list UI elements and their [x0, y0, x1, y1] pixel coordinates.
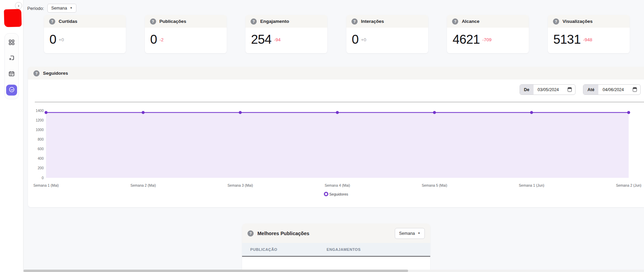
stat-delta-5: -948	[583, 37, 592, 42]
svg-text:400: 400	[38, 156, 44, 160]
date-from-control: De 03/05/2024	[520, 84, 576, 95]
stat-title: Alcance	[462, 19, 479, 24]
followers-title: Seguidores	[43, 71, 68, 76]
stat-title: Visualizações	[563, 19, 593, 24]
stat-cards-row: ? Curtidas 0 +0 ? Publicações 0 -2 ? Eng…	[24, 13, 644, 53]
best-posts-period-select[interactable]: Semana ▼	[395, 228, 425, 239]
stat-title: Interações	[361, 19, 384, 24]
stat-card-visualizacoes: ? Visualizações 5131 -948	[548, 15, 630, 53]
svg-text:Semana 5 (Mai): Semana 5 (Mai)	[422, 183, 447, 187]
best-posts-title: Melhores Publicações	[257, 231, 391, 236]
help-icon[interactable]: ?	[33, 70, 40, 76]
svg-text:1200: 1200	[36, 118, 44, 122]
chevron-right-icon: ›	[18, 3, 19, 8]
period-select-value: Semana	[51, 6, 67, 11]
stat-card-publicacoes: ? Publicações 0 -2	[145, 15, 227, 53]
date-to-input[interactable]: 04/06/2024	[598, 85, 640, 95]
help-icon[interactable]: ?	[248, 230, 254, 237]
svg-text:200: 200	[38, 166, 44, 170]
help-icon[interactable]: ?	[150, 18, 156, 25]
stat-card-curtidas: ? Curtidas 0 +0	[44, 15, 126, 53]
svg-text:1000: 1000	[36, 128, 44, 132]
stat-delta-4: -709	[482, 37, 492, 42]
date-from-label: De	[520, 85, 534, 95]
stat-title: Curtidas	[59, 19, 77, 24]
svg-text:Semana 1 (Jun): Semana 1 (Jun)	[519, 183, 544, 187]
app-logo	[4, 9, 21, 27]
best-posts-period-value: Semana	[399, 231, 415, 236]
stat-delta-2: -94	[274, 37, 281, 42]
sidebar-nav	[4, 33, 19, 99]
sidebar-item-analytics[interactable]	[6, 85, 17, 96]
column-header-publicacao: PUBLICAÇÃO	[242, 247, 327, 252]
calendar-icon	[9, 71, 15, 78]
sidebar-item-calendar[interactable]	[6, 69, 17, 80]
sidebar: ›	[0, 0, 24, 272]
chart-legend: Seguidores	[28, 192, 644, 196]
main-content: Período: Semana ▼ ? Curtidas 0 +0 ? Publ…	[24, 0, 644, 272]
help-icon[interactable]: ?	[49, 18, 55, 25]
svg-text:Semana 2 (Jun): Semana 2 (Jun)	[616, 183, 642, 187]
stat-card-interacoes: ? Interações 0 +0	[346, 15, 428, 53]
stat-card-engajamento: ? Engajamento 254 -94	[245, 15, 327, 53]
stat-value: 0	[352, 32, 359, 47]
period-select[interactable]: Semana ▼	[47, 4, 76, 13]
chevron-down-icon: ▼	[418, 232, 420, 235]
new-post-icon	[9, 55, 15, 62]
stat-delta-1: -2	[160, 37, 164, 42]
sidebar-item-dashboard[interactable]	[6, 38, 17, 48]
period-bar: Período: Semana ▼	[24, 0, 644, 13]
best-posts-table-header: PUBLICAÇÃO ENGAJAMENTOS	[242, 243, 430, 257]
column-header-engajamentos: ENGAJAMENTOS	[327, 247, 361, 252]
best-posts-section: ? Melhores Publicações Semana ▼ PUBLICAÇ…	[242, 224, 430, 272]
followers-section: ? Seguidores De 03/05/2024 Até 04/06/202…	[28, 67, 644, 207]
analytics-icon	[9, 86, 15, 94]
legend-marker-icon[interactable]	[324, 192, 328, 196]
svg-text:Semana 4 (Mai): Semana 4 (Mai)	[325, 183, 350, 187]
stat-card-alcance: ? Alcance 4621 -709	[447, 15, 529, 53]
stat-value: 5131	[553, 32, 581, 47]
horizontal-scrollbar[interactable]	[24, 270, 644, 272]
sidebar-item-new-post[interactable]	[6, 53, 17, 64]
svg-text:Semana 3 (Mai): Semana 3 (Mai)	[227, 183, 253, 187]
stat-delta-3: +0	[361, 37, 366, 42]
chevron-down-icon: ▼	[70, 7, 73, 10]
stat-title: Engajamento	[260, 19, 289, 24]
svg-text:0: 0	[42, 176, 44, 180]
legend-label: Seguidores	[329, 192, 348, 196]
date-picker-icon[interactable]	[633, 87, 637, 92]
svg-text:Semana 2 (Mai): Semana 2 (Mai)	[130, 183, 156, 187]
followers-chart[interactable]: 0200400600800100012001400Semana 1 (Mai)S…	[28, 99, 644, 189]
help-icon[interactable]: ?	[553, 18, 559, 25]
date-to-control: Até 04/06/2024	[583, 84, 641, 95]
dashboard-grid-icon	[9, 39, 15, 47]
svg-text:Semana 1 (Mai): Semana 1 (Mai)	[33, 183, 59, 187]
stat-value: 254	[251, 32, 271, 47]
stat-value: 4621	[452, 32, 480, 47]
help-icon[interactable]: ?	[452, 18, 458, 25]
scrollbar-thumb[interactable]	[24, 270, 408, 272]
stat-delta-0: +0	[59, 37, 64, 42]
stat-value: 0	[150, 32, 157, 47]
svg-text:1400: 1400	[36, 109, 44, 113]
date-to-label: Até	[583, 85, 598, 95]
date-range-controls: De 03/05/2024 Até 04/06/2024	[520, 84, 641, 95]
svg-text:800: 800	[38, 137, 44, 141]
help-icon[interactable]: ?	[351, 18, 358, 25]
date-picker-icon[interactable]	[568, 87, 572, 92]
period-label: Período:	[27, 6, 44, 11]
date-from-input[interactable]: 03/05/2024	[534, 85, 575, 95]
stat-title: Publicações	[160, 19, 186, 24]
stat-value: 0	[49, 32, 56, 47]
svg-text:600: 600	[38, 147, 44, 151]
help-icon[interactable]: ?	[251, 18, 257, 25]
sidebar-collapse-button[interactable]: ›	[15, 2, 22, 9]
